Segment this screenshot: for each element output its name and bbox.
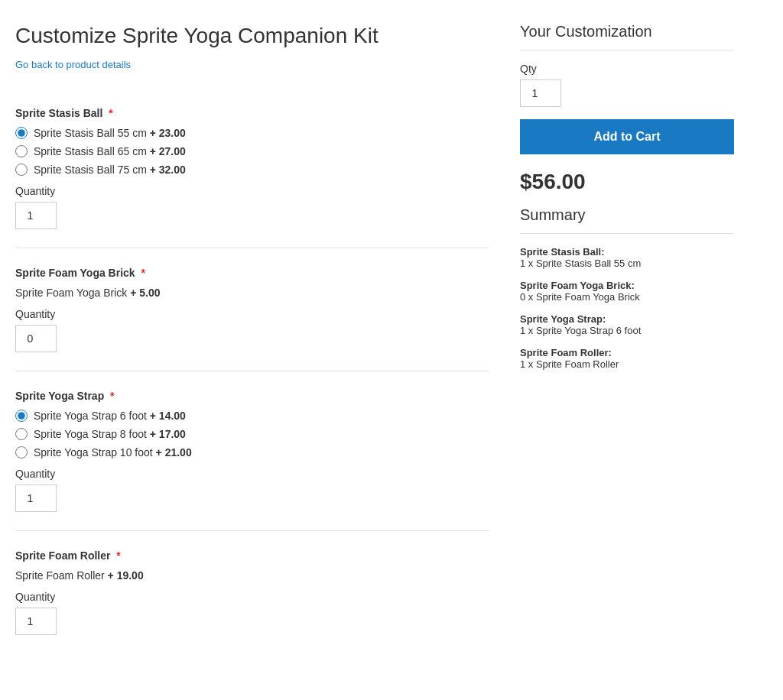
- radio-input-sprite-stasis-ball-2[interactable]: [15, 164, 28, 176]
- radio-input-sprite-yoga-strap-2[interactable]: [15, 446, 28, 459]
- qty-label-sprite-yoga-strap: Quantity: [15, 468, 489, 480]
- summary-item-name: Sprite Stasis Ball:: [520, 246, 734, 258]
- qty-input-sprite-yoga-strap[interactable]: [15, 484, 57, 512]
- summary-item-detail: 0 x Sprite Foam Yoga Brick: [520, 291, 734, 303]
- summary-item-name: Sprite Yoga Strap:: [520, 313, 734, 325]
- sidebar: Your Customization Qty Add to Cart $56.0…: [520, 23, 734, 653]
- radio-input-sprite-yoga-strap-0[interactable]: [15, 410, 28, 422]
- radio-input-sprite-stasis-ball-0[interactable]: [15, 127, 28, 139]
- radio-label-text: Sprite Yoga Strap 10 foot + 21.00: [34, 446, 192, 459]
- summary-item-name: Sprite Foam Roller:: [520, 347, 734, 358]
- qty-label-sprite-stasis-ball: Quantity: [15, 185, 489, 197]
- section-title-sprite-foam-yoga-brick: Sprite Foam Yoga Brick *: [15, 267, 489, 279]
- price-addition: + 27.00: [150, 145, 186, 157]
- required-indicator: *: [107, 390, 114, 402]
- section-sprite-foam-roller: Sprite Foam Roller *Sprite Foam Roller +…: [15, 549, 489, 653]
- price-addition: + 19.00: [108, 569, 144, 582]
- section-title-sprite-stasis-ball: Sprite Stasis Ball *: [15, 107, 489, 119]
- radio-label-text: Sprite Yoga Strap 6 foot + 14.00: [34, 410, 186, 422]
- price-addition: + 5.00: [130, 287, 160, 299]
- radio-label-text: Sprite Stasis Ball 55 cm + 23.00: [34, 127, 186, 139]
- total-price: $56.00: [520, 170, 734, 194]
- required-indicator: *: [106, 107, 112, 119]
- section-title-sprite-yoga-strap: Sprite Yoga Strap *: [15, 390, 489, 402]
- section-sprite-yoga-strap: Sprite Yoga Strap *Sprite Yoga Strap 6 f…: [15, 390, 489, 531]
- summary-item-detail: 1 x Sprite Stasis Ball 55 cm: [520, 258, 734, 269]
- add-to-cart-button[interactable]: Add to Cart: [520, 119, 734, 154]
- radio-option-sprite-stasis-ball-0[interactable]: Sprite Stasis Ball 55 cm + 23.00: [15, 127, 489, 139]
- summary-items-container: Sprite Stasis Ball:1 x Sprite Stasis Bal…: [520, 246, 734, 370]
- price-addition: + 23.00: [150, 127, 186, 139]
- radio-label-text: Sprite Stasis Ball 65 cm + 27.00: [34, 145, 186, 157]
- price-addition: + 32.00: [150, 164, 186, 176]
- qty-label-sprite-foam-roller: Quantity: [15, 591, 489, 603]
- qty-input-sprite-foam-roller[interactable]: [15, 608, 57, 635]
- summary-item-name: Sprite Foam Yoga Brick:: [520, 280, 734, 291]
- required-indicator: *: [113, 549, 120, 562]
- radio-input-sprite-stasis-ball-1[interactable]: [15, 145, 28, 157]
- qty-label-sprite-foam-yoga-brick: Quantity: [15, 308, 489, 320]
- section-sprite-foam-yoga-brick: Sprite Foam Yoga Brick *Sprite Foam Yoga…: [15, 267, 489, 371]
- radio-input-sprite-yoga-strap-1[interactable]: [15, 428, 28, 440]
- price-addition: + 14.00: [150, 410, 186, 422]
- summary-title: Summary: [520, 206, 734, 234]
- required-indicator: *: [138, 267, 145, 279]
- qty-input-sprite-foam-yoga-brick[interactable]: [15, 325, 57, 352]
- qty-label: Qty: [520, 63, 734, 75]
- summary-item-1: Sprite Foam Yoga Brick:0 x Sprite Foam Y…: [520, 280, 734, 303]
- section-sprite-stasis-ball: Sprite Stasis Ball *Sprite Stasis Ball 5…: [15, 107, 489, 248]
- summary-item-detail: 1 x Sprite Foam Roller: [520, 358, 734, 370]
- radio-option-sprite-stasis-ball-2[interactable]: Sprite Stasis Ball 75 cm + 32.00: [15, 164, 489, 176]
- radio-option-sprite-yoga-strap-2[interactable]: Sprite Yoga Strap 10 foot + 21.00: [15, 446, 489, 459]
- summary-item-3: Sprite Foam Roller:1 x Sprite Foam Rolle…: [520, 347, 734, 370]
- qty-section: Qty: [520, 63, 734, 107]
- section-title-sprite-foam-roller: Sprite Foam Roller *: [15, 549, 489, 562]
- page-title: Customize Sprite Yoga Companion Kit: [15, 23, 489, 49]
- price-addition: + 21.00: [156, 446, 192, 459]
- static-option-sprite-foam-roller: Sprite Foam Roller + 19.00: [15, 569, 489, 582]
- radio-label-text: Sprite Stasis Ball 75 cm + 32.00: [34, 164, 186, 176]
- back-link[interactable]: Go back to product details: [15, 59, 131, 70]
- main-content: Customize Sprite Yoga Companion Kit Go b…: [15, 23, 489, 653]
- price-addition: + 17.00: [150, 428, 186, 440]
- summary-item-0: Sprite Stasis Ball:1 x Sprite Stasis Bal…: [520, 246, 734, 269]
- radio-option-sprite-yoga-strap-0[interactable]: Sprite Yoga Strap 6 foot + 14.00: [15, 410, 489, 422]
- radio-label-text: Sprite Yoga Strap 8 foot + 17.00: [34, 428, 186, 440]
- customization-title: Your Customization: [520, 23, 734, 50]
- summary-item-2: Sprite Yoga Strap:1 x Sprite Yoga Strap …: [520, 313, 734, 336]
- qty-input-sprite-stasis-ball[interactable]: [15, 202, 57, 229]
- radio-option-sprite-stasis-ball-1[interactable]: Sprite Stasis Ball 65 cm + 27.00: [15, 145, 489, 157]
- static-option-sprite-foam-yoga-brick: Sprite Foam Yoga Brick + 5.00: [15, 287, 489, 299]
- sections-container: Sprite Stasis Ball *Sprite Stasis Ball 5…: [15, 107, 489, 653]
- global-qty-input[interactable]: [520, 79, 561, 107]
- summary-item-detail: 1 x Sprite Yoga Strap 6 foot: [520, 325, 734, 336]
- radio-option-sprite-yoga-strap-1[interactable]: Sprite Yoga Strap 8 foot + 17.00: [15, 428, 489, 440]
